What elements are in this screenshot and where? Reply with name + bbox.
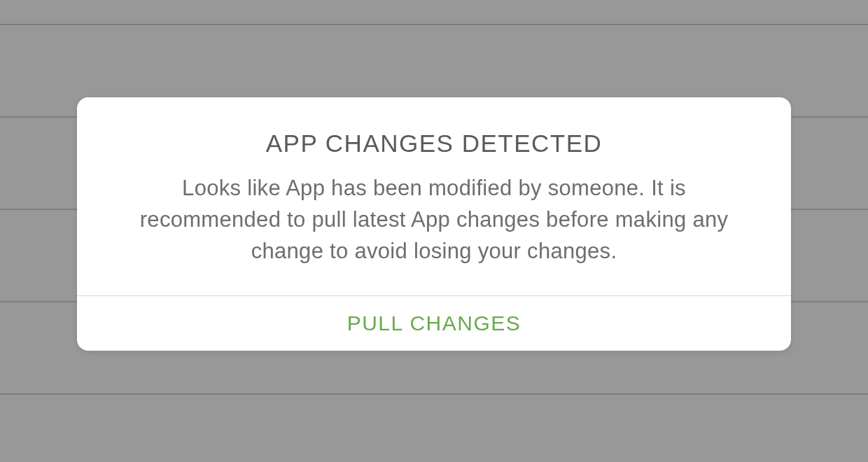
pull-changes-button[interactable]: PULL CHANGES — [347, 312, 522, 335]
modal-footer: PULL CHANGES — [77, 295, 791, 351]
modal-message: Looks like App has been modified by some… — [112, 173, 756, 267]
modal-overlay: APP CHANGES DETECTED Looks like App has … — [0, 0, 868, 462]
modal-title: APP CHANGES DETECTED — [112, 130, 756, 158]
modal-content: APP CHANGES DETECTED Looks like App has … — [77, 97, 791, 295]
changes-detected-modal: APP CHANGES DETECTED Looks like App has … — [77, 97, 791, 351]
